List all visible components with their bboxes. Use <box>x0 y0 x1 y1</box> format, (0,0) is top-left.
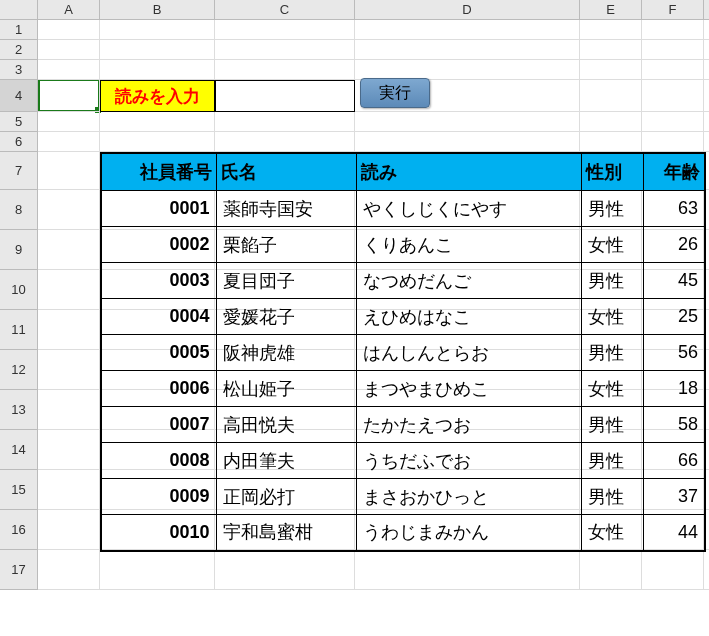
row-header-8[interactable]: 8 <box>0 190 37 230</box>
table-cell[interactable]: 0002 <box>101 227 216 263</box>
table-header[interactable]: 読み <box>356 153 581 191</box>
active-cell-indicator <box>38 79 100 112</box>
row-header-1[interactable]: 1 <box>0 20 37 40</box>
table-cell[interactable]: 男性 <box>581 407 643 443</box>
row-header-2[interactable]: 2 <box>0 40 37 60</box>
table-cell[interactable]: 正岡必打 <box>216 479 356 515</box>
row-header-9[interactable]: 9 <box>0 230 37 270</box>
table-row[interactable]: 0008内田筆夫うちだふでお男性66 <box>101 443 705 479</box>
table-cell[interactable]: 0008 <box>101 443 216 479</box>
col-header-A[interactable]: A <box>38 0 100 19</box>
table-cell[interactable]: 高田悦夫 <box>216 407 356 443</box>
table-cell[interactable]: 45 <box>643 263 705 299</box>
table-cell[interactable]: なつめだんご <box>356 263 581 299</box>
table-cell[interactable]: 0007 <box>101 407 216 443</box>
table-cell[interactable]: 44 <box>643 515 705 551</box>
row-header-12[interactable]: 12 <box>0 350 37 390</box>
row-headers: 1234567891011121314151617 <box>0 20 38 590</box>
table-cell[interactable]: 0009 <box>101 479 216 515</box>
table-row[interactable]: 0005阪神虎雄はんしんとらお男性56 <box>101 335 705 371</box>
table-row[interactable]: 0004愛媛花子えひめはなこ女性25 <box>101 299 705 335</box>
row-header-3[interactable]: 3 <box>0 60 37 80</box>
table-header[interactable]: 社員番号 <box>101 153 216 191</box>
col-header-C[interactable]: C <box>215 0 355 19</box>
table-cell[interactable]: 薬師寺国安 <box>216 191 356 227</box>
row-header-17[interactable]: 17 <box>0 550 37 590</box>
table-cell[interactable]: 夏目団子 <box>216 263 356 299</box>
table-cell[interactable]: 男性 <box>581 263 643 299</box>
table-cell[interactable]: はんしんとらお <box>356 335 581 371</box>
table-cell[interactable]: 男性 <box>581 335 643 371</box>
table-header[interactable]: 性別 <box>581 153 643 191</box>
row-header-13[interactable]: 13 <box>0 390 37 430</box>
spreadsheet-grid[interactable]: 読みを入力実行社員番号氏名読み性別年齢0001薬師寺国安やくしじくにやす男性63… <box>38 20 709 590</box>
table-cell[interactable]: 26 <box>643 227 705 263</box>
table-cell[interactable]: 阪神虎雄 <box>216 335 356 371</box>
select-all-corner[interactable] <box>0 0 38 19</box>
table-cell[interactable]: 0005 <box>101 335 216 371</box>
table-cell[interactable]: 56 <box>643 335 705 371</box>
table-cell[interactable]: 0010 <box>101 515 216 551</box>
table-cell[interactable]: 66 <box>643 443 705 479</box>
table-cell[interactable]: 内田筆夫 <box>216 443 356 479</box>
col-header-D[interactable]: D <box>355 0 580 19</box>
table-cell[interactable]: 愛媛花子 <box>216 299 356 335</box>
row-header-5[interactable]: 5 <box>0 112 37 132</box>
table-row[interactable]: 0002栗餡子くりあんこ女性26 <box>101 227 705 263</box>
row-header-10[interactable]: 10 <box>0 270 37 310</box>
table-row[interactable]: 0009正岡必打まさおかひっと男性37 <box>101 479 705 515</box>
table-cell[interactable]: まさおかひっと <box>356 479 581 515</box>
row-header-4[interactable]: 4 <box>0 80 37 112</box>
table-cell[interactable]: 0006 <box>101 371 216 407</box>
table-header[interactable]: 年齢 <box>643 153 705 191</box>
table-cell[interactable]: えひめはなこ <box>356 299 581 335</box>
row-header-11[interactable]: 11 <box>0 310 37 350</box>
table-header[interactable]: 氏名 <box>216 153 356 191</box>
row-header-6[interactable]: 6 <box>0 132 37 152</box>
table-cell[interactable]: 女性 <box>581 227 643 263</box>
table-cell[interactable]: 宇和島蜜柑 <box>216 515 356 551</box>
row-header-7[interactable]: 7 <box>0 152 37 190</box>
table-cell[interactable]: くりあんこ <box>356 227 581 263</box>
table-cell[interactable]: 58 <box>643 407 705 443</box>
table-cell[interactable]: 63 <box>643 191 705 227</box>
table-cell[interactable]: まつやまひめこ <box>356 371 581 407</box>
table-cell[interactable]: 25 <box>643 299 705 335</box>
table-cell[interactable]: 女性 <box>581 515 643 551</box>
row-header-15[interactable]: 15 <box>0 470 37 510</box>
execute-button[interactable]: 実行 <box>360 78 430 108</box>
table-cell[interactable]: 0004 <box>101 299 216 335</box>
row-header-14[interactable]: 14 <box>0 430 37 470</box>
table-row[interactable]: 0006松山姫子まつやまひめこ女性18 <box>101 371 705 407</box>
table-row[interactable]: 0001薬師寺国安やくしじくにやす男性63 <box>101 191 705 227</box>
yomi-input-cell[interactable] <box>215 80 355 112</box>
row-header-16[interactable]: 16 <box>0 510 37 550</box>
table-cell[interactable]: やくしじくにやす <box>356 191 581 227</box>
col-header-F[interactable]: F <box>642 0 704 19</box>
table-cell[interactable]: 37 <box>643 479 705 515</box>
column-headers: A B C D E F <box>0 0 709 20</box>
table-row[interactable]: 0007高田悦夫たかたえつお男性58 <box>101 407 705 443</box>
table-cell[interactable]: 18 <box>643 371 705 407</box>
table-cell[interactable]: うちだふでお <box>356 443 581 479</box>
table-cell[interactable]: たかたえつお <box>356 407 581 443</box>
table-cell[interactable]: 男性 <box>581 191 643 227</box>
table-cell[interactable]: 栗餡子 <box>216 227 356 263</box>
table-row[interactable]: 0010宇和島蜜柑うわじまみかん女性44 <box>101 515 705 551</box>
table-cell[interactable]: 0001 <box>101 191 216 227</box>
table-row[interactable]: 0003夏目団子なつめだんご男性45 <box>101 263 705 299</box>
table-cell[interactable]: 女性 <box>581 299 643 335</box>
table-cell[interactable]: 男性 <box>581 443 643 479</box>
col-header-E[interactable]: E <box>580 0 642 19</box>
table-cell[interactable]: 女性 <box>581 371 643 407</box>
col-header-B[interactable]: B <box>100 0 215 19</box>
table-cell[interactable]: 0003 <box>101 263 216 299</box>
yomi-input-label: 読みを入力 <box>100 80 215 112</box>
table-cell[interactable]: うわじまみかん <box>356 515 581 551</box>
table-cell[interactable]: 男性 <box>581 479 643 515</box>
employee-table: 社員番号氏名読み性別年齢0001薬師寺国安やくしじくにやす男性630002栗餡子… <box>100 152 706 552</box>
table-cell[interactable]: 松山姫子 <box>216 371 356 407</box>
